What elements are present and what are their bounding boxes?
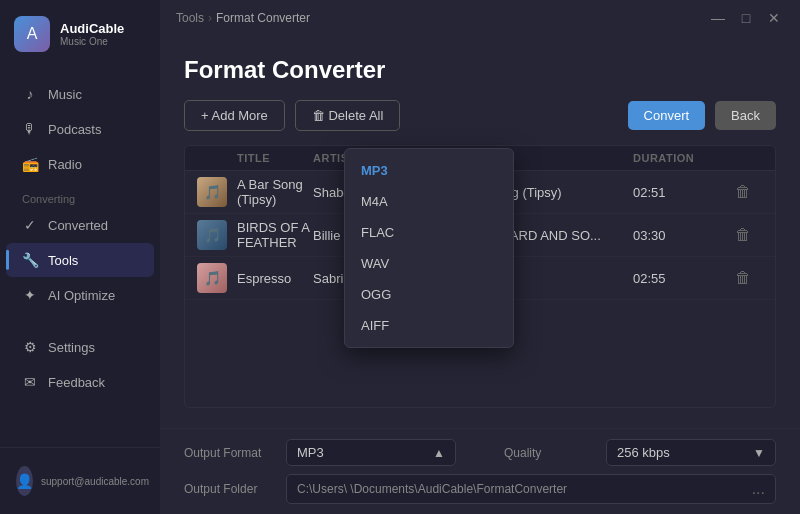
track-title-3: Espresso (237, 271, 313, 286)
output-format-row: Output Format MP3 ▲ Quality 256 kbps ▼ (184, 439, 776, 466)
chevron-up-icon: ▲ (433, 446, 445, 460)
sidebar-nav: ♪ Music 🎙 Podcasts 📻 Radio Converting ✓ … (0, 68, 160, 447)
format-option-mp3[interactable]: MP3 (345, 155, 513, 186)
radio-icon: 📻 (22, 156, 38, 172)
format-option-ogg[interactable]: OGG (345, 279, 513, 310)
window-controls: — □ ✕ (708, 8, 784, 28)
output-format-label: Output Format (184, 446, 274, 460)
format-option-flac[interactable]: FLAC (345, 217, 513, 248)
delete-track-3[interactable]: 🗑 (723, 269, 763, 287)
track-duration-2: 03:30 (633, 228, 723, 243)
close-button[interactable]: ✕ (764, 8, 784, 28)
sidebar-label-settings: Settings (48, 340, 95, 355)
delete-track-1[interactable]: 🗑 (723, 183, 763, 201)
toolbar: + Add More 🗑 Delete All Convert Back (184, 100, 776, 131)
folder-path[interactable]: C:\Users\ \Documents\AudiCable\FormatCon… (286, 474, 776, 504)
sidebar-label-radio: Radio (48, 157, 82, 172)
convert-button[interactable]: Convert (628, 101, 706, 130)
col-duration: DURATION (633, 152, 723, 164)
format-select[interactable]: MP3 ▲ (286, 439, 456, 466)
track-title-1: A Bar Song (Tipsy) (237, 177, 313, 207)
sidebar-label-tools: Tools (48, 253, 78, 268)
chevron-down-icon: ▼ (753, 446, 765, 460)
maximize-button[interactable]: □ (736, 8, 756, 28)
delete-all-button[interactable]: 🗑 Delete All (295, 100, 401, 131)
sidebar-item-podcasts[interactable]: 🎙 Podcasts (6, 112, 154, 146)
track-thumb-2: 🎵 (197, 220, 227, 250)
main-content: Tools › Format Converter — □ ✕ Format Co… (160, 0, 800, 514)
sidebar-item-converted[interactable]: ✓ Converted (6, 208, 154, 242)
sidebar-label-feedback: Feedback (48, 375, 105, 390)
app-logo: A AudiCable Music One (0, 0, 160, 68)
sidebar-bottom: 👤 support@audicable.com (0, 447, 160, 514)
col-title: TITLE (237, 152, 313, 164)
format-select-value: MP3 (297, 445, 324, 460)
folder-dots[interactable]: ... (752, 480, 765, 498)
sidebar-label-music: Music (48, 87, 82, 102)
breadcrumb-parent: Tools (176, 11, 204, 25)
breadcrumb: Tools › Format Converter (176, 11, 310, 25)
col-thumb (197, 152, 237, 164)
sidebar-label-podcasts: Podcasts (48, 122, 101, 137)
quality-value: 256 kbps (617, 445, 670, 460)
back-button[interactable]: Back (715, 101, 776, 130)
format-dropdown: MP3 M4A FLAC WAV OGG AIFF (344, 148, 514, 348)
breadcrumb-separator: › (208, 11, 212, 25)
music-icon: ♪ (22, 86, 38, 102)
output-folder-label: Output Folder (184, 482, 274, 496)
titlebar: Tools › Format Converter — □ ✕ (160, 0, 800, 36)
track-duration-1: 02:51 (633, 185, 723, 200)
app-title: AudiCable (60, 21, 124, 36)
sidebar-item-music[interactable]: ♪ Music (6, 77, 154, 111)
format-option-m4a[interactable]: M4A (345, 186, 513, 217)
track-duration-3: 02:55 (633, 271, 723, 286)
sidebar-item-radio[interactable]: 📻 Radio (6, 147, 154, 181)
sidebar-label-ai-optimize: AI Optimize (48, 288, 115, 303)
quality-label: Quality (504, 446, 594, 460)
output-folder-row: Output Folder C:\Users\ \Documents\AudiC… (184, 474, 776, 504)
sidebar-item-ai-optimize[interactable]: ✦ AI Optimize (6, 278, 154, 312)
settings-icon: ⚙ (22, 339, 38, 355)
sidebar-item-feedback[interactable]: ✉ Feedback (6, 365, 154, 399)
logo-icon: A (14, 16, 50, 52)
bottom-bar: Output Format MP3 ▲ Quality 256 kbps ▼ O… (160, 428, 800, 514)
converted-icon: ✓ (22, 217, 38, 233)
minimize-button[interactable]: — (708, 8, 728, 28)
quality-select[interactable]: 256 kbps ▼ (606, 439, 776, 466)
user-profile[interactable]: 👤 support@audicable.com (8, 458, 152, 504)
page-title: Format Converter (184, 56, 776, 84)
track-thumb-1: 🎵 (197, 177, 227, 207)
breadcrumb-current: Format Converter (216, 11, 310, 25)
track-title-2: BIRDS OF A FEATHER (237, 220, 313, 250)
tools-icon: 🔧 (22, 252, 38, 268)
converting-section-label: Converting (6, 185, 154, 207)
sidebar-item-tools[interactable]: 🔧 Tools (6, 243, 154, 277)
sidebar-label-converted: Converted (48, 218, 108, 233)
feedback-icon: ✉ (22, 374, 38, 390)
app-subtitle: Music One (60, 36, 124, 47)
quality-section: Quality 256 kbps ▼ (504, 439, 776, 466)
ai-optimize-icon: ✦ (22, 287, 38, 303)
add-more-button[interactable]: + Add More (184, 100, 285, 131)
sidebar-item-settings[interactable]: ⚙ Settings (6, 330, 154, 364)
format-option-aiff[interactable]: AIFF (345, 310, 513, 341)
folder-path-value: C:\Users\ \Documents\AudiCable\FormatCon… (297, 482, 567, 496)
delete-track-2[interactable]: 🗑 (723, 226, 763, 244)
avatar: 👤 (16, 466, 33, 496)
format-option-wav[interactable]: WAV (345, 248, 513, 279)
track-thumb-3: 🎵 (197, 263, 227, 293)
user-email: support@audicable.com (41, 475, 149, 488)
podcasts-icon: 🎙 (22, 121, 38, 137)
col-action (723, 152, 763, 164)
sidebar: A AudiCable Music One ♪ Music 🎙 Podcasts… (0, 0, 160, 514)
page-content: Format Converter + Add More 🗑 Delete All… (160, 36, 800, 428)
